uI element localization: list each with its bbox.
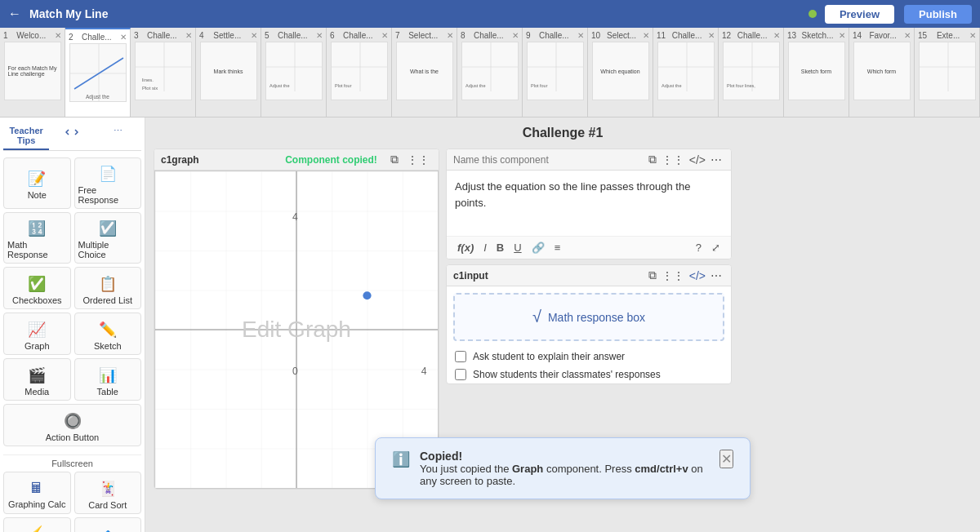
preview-button[interactable]: Preview [825,5,894,24]
ask-student-row: Ask student to explain their answer [447,348,731,366]
slide-7[interactable]: 7Select...✕ What is the [392,28,457,117]
media-icon: 🎬 [28,366,46,384]
toast-msg-before: You just copied the [420,463,512,475]
toast-close-button[interactable]: ✕ [719,450,733,468]
sidebar-item-free-response[interactable]: 📄 Free Response [74,157,142,209]
instruction-header: ⧉ ⋮⋮ </> ⋯ [447,149,731,171]
svg-text:4: 4 [292,211,298,223]
challenge-title: Challenge #1 [154,126,972,140]
graphing-calc-icon: 🖩 [29,480,44,497]
toast-bold-word: Graph [512,463,543,475]
menu-input-button[interactable]: ⋮⋮ [659,269,687,282]
toast-notification: ℹ️ Copied! You just copied the Graph com… [375,437,751,499]
status-dot [808,10,817,18]
italic-button[interactable]: I [479,240,491,255]
card-sort-icon: 🃏 [99,480,117,498]
tab-code[interactable] [49,122,95,150]
copy-button[interactable]: ⧉ [388,153,401,166]
input-component: c1input ⧉ ⋮⋮ </> ⋯ √ Math response box A… [446,264,732,384]
sidebar-item-table[interactable]: 📊 Table [74,358,142,401]
tab-teacher-tips[interactable]: Teacher Tips [3,122,49,150]
top-bar: ← Match My Line Preview Publish [0,0,980,28]
menu-instruction-button[interactable]: ⋮⋮ [659,153,687,166]
code-input-button[interactable]: </> [687,269,708,282]
slide-13[interactable]: 13Sketch...✕ Sketch form [784,28,849,117]
show-students-checkbox[interactable] [455,369,466,380]
slide-9[interactable]: 9Challe...✕ Plot four [523,28,588,117]
toast-shortcut: cmd/ctrl+v [635,463,688,475]
show-students-row: Show students their classmates' response… [447,366,731,383]
sidebar-item-media[interactable]: 🎬 Media [3,358,71,401]
slide-5[interactable]: 5Challe...✕ Adjust the [261,28,327,117]
slide-2[interactable]: 2Challe...✕ Adjust the [65,28,131,117]
svg-text:Plot four lines,: Plot four lines, [727,83,755,88]
left-sidebar: Teacher Tips ⋯ 📝 Note 📄 Free Response 🔢 … [0,117,145,532]
formula-button[interactable]: f(x) [453,240,478,255]
ask-student-checkbox[interactable] [455,351,466,362]
sidebar-item-action-button[interactable]: 🔘 Action Button [3,404,141,446]
slide-14[interactable]: 14Favor...✕ Which form [849,28,915,117]
sidebar-item-card-sort[interactable]: 🃏 Card Sort [74,472,142,514]
multiple-choice-label: Multiple Choice [78,240,138,259]
svg-text:lines.: lines. [142,78,154,82]
sidebar-item-note[interactable]: 📝 Note [3,157,71,209]
help-button[interactable]: ? [692,240,706,255]
sidebar-item-graphing-calc[interactable]: 🖩 Graphing Calc [3,472,71,514]
tab-more[interactable]: ⋯ [96,122,141,150]
slides-bar: 1Welco...✕ For each Match My Line challe… [0,28,980,117]
slide-10[interactable]: 10Select...✕ Which equation [588,28,653,117]
toast-message: You just copied the Graph component. Pre… [420,463,710,487]
copy-instruction-button[interactable]: ⧉ [646,153,659,166]
sidebar-item-ordered-list[interactable]: 📋 Ordered List [74,267,142,309]
slide-15[interactable]: 15Exte...✕ [915,28,980,117]
free-response-icon: 📄 [99,165,117,183]
challenge-creator-icon: ⚡ [28,525,46,532]
sketch-label: Sketch [94,341,122,351]
svg-point-33 [363,291,371,299]
slide-8[interactable]: 8Challe...✕ Adjust the [457,28,523,117]
sidebar-item-sketch[interactable]: ✏️ Sketch [74,313,142,355]
svg-text:Adjust the: Adjust the [270,83,289,88]
slide-12[interactable]: 12Challe...✕ Plot four lines, [719,28,784,117]
sidebar-item-polygraph[interactable]: 🔷 Polygraph [74,517,142,532]
slide-3[interactable]: 3Challe...✕ Plot sixlines. [131,28,196,117]
note-label: Note [28,190,47,200]
checkboxes-icon: ✅ [28,275,46,293]
sidebar-item-checkboxes[interactable]: ✅ Checkboxes [3,267,71,309]
slide-1[interactable]: 1Welco...✕ For each Match My Line challe… [0,28,65,117]
menu-button[interactable]: ⋮⋮ [404,153,432,166]
slide-11[interactable]: 11Challe...✕ Adjust the [653,28,719,117]
expand-button[interactable]: ⤢ [707,240,724,255]
graphing-calc-label: Graphing Calc [8,499,65,509]
free-response-label: Free Response [78,185,138,205]
copy-input-button[interactable]: ⧉ [646,268,659,282]
graph-icon: 📈 [28,321,46,339]
sidebar-item-graph[interactable]: 📈 Graph [3,313,71,355]
input-id: c1input [453,270,550,282]
math-response-icon: 🔢 [28,219,46,237]
fullscreen-grid: 🖩 Graphing Calc 🃏 Card Sort ⚡ Challenge … [3,470,141,532]
back-button[interactable]: ← [8,7,21,21]
sidebar-item-multiple-choice[interactable]: ☑️ Multiple Choice [74,212,142,264]
code-instruction-button[interactable]: </> [687,153,708,166]
align-button[interactable]: ≡ [550,240,565,255]
sidebar-item-challenge-creator[interactable]: ⚡ Challenge Creator [3,517,71,532]
bold-button[interactable]: B [492,240,508,255]
sidebar-item-math-response[interactable]: 🔢 Math Response [3,212,71,264]
challenge-area: Challenge #1 c1graph Component copied! ⧉… [145,117,980,532]
slide-6[interactable]: 6Challe...✕ Plot four [327,28,392,117]
ordered-list-label: Ordered List [82,295,132,305]
toast-msg-after: component. Press [543,463,635,475]
more-instruction-button[interactable]: ⋯ [708,153,724,166]
underline-button[interactable]: U [510,240,525,255]
note-icon: 📝 [28,170,46,188]
component-name-input[interactable] [453,154,646,166]
link-button[interactable]: 🔗 [528,240,549,255]
slide-4[interactable]: 4Settle...✕ Mark thinks [196,28,261,117]
publish-button[interactable]: Publish [904,5,972,24]
more-input-button[interactable]: ⋯ [708,269,724,282]
main-area: Teacher Tips ⋯ 📝 Note 📄 Free Response 🔢 … [0,117,980,532]
instruction-component: ⧉ ⋮⋮ </> ⋯ Adjust the equation so the li… [446,149,732,259]
sketch-icon: ✏️ [99,321,117,339]
media-label: Media [24,387,49,397]
